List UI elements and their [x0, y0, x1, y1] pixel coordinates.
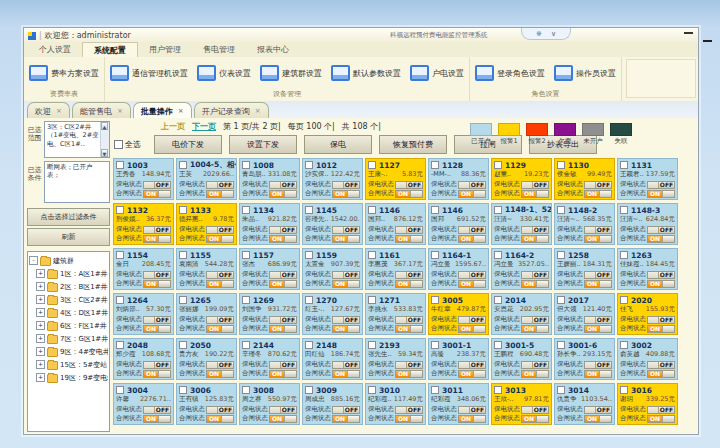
meter-card[interactable]: 3005牛红章479.87元保电状态OFF合闸状态ON	[428, 293, 489, 335]
switch-status-toggle[interactable]: ON	[647, 235, 675, 243]
card-checkbox[interactable]	[179, 296, 187, 304]
meter-card[interactable]: 1269刘国争931.72元保电状态OFF合闸状态ON	[239, 293, 300, 335]
switch-status-toggle[interactable]: ON	[647, 280, 675, 288]
card-checkbox[interactable]	[179, 386, 187, 394]
supply-status-toggle[interactable]: OFF	[458, 271, 486, 279]
switch-status-toggle[interactable]: ON	[647, 370, 675, 378]
switch-status-toggle[interactable]: ON	[332, 280, 360, 288]
switch-status-toggle[interactable]: ON	[458, 370, 486, 378]
meter-card[interactable]: 1012沙实保..122.42元保电状态OFF合闸状态ON	[302, 158, 363, 200]
card-checkbox[interactable]	[620, 341, 628, 349]
card-checkbox[interactable]	[620, 206, 628, 214]
supply-status-toggle[interactable]: OFF	[647, 271, 675, 279]
supply-status-toggle[interactable]: OFF	[647, 226, 675, 234]
card-checkbox[interactable]	[431, 341, 439, 349]
supply-status-toggle[interactable]: OFF	[584, 406, 612, 414]
selected-condition-box[interactable]: 断网表；已开户表；	[44, 161, 110, 203]
supply-status-toggle[interactable]: OFF	[458, 181, 486, 189]
action-button[interactable]: 恢复预付费	[379, 135, 447, 154]
card-checkbox[interactable]	[305, 206, 313, 214]
supply-status-toggle[interactable]: OFF	[206, 406, 234, 414]
meter-card[interactable]: 3001-1高璇238.37元保电状态OFF合闸状态ON	[428, 338, 489, 380]
supply-status-toggle[interactable]: OFF	[584, 361, 612, 369]
choose-filter-button[interactable]: 点击选择过滤条件	[27, 208, 110, 226]
ribbon-tab[interactable]: 个人设置	[28, 42, 82, 57]
meter-card[interactable]: 1145容瑾先..1542.00..保电状态OFF合闸状态ON	[302, 203, 363, 245]
meter-card[interactable]: 1146国邦..876.12元保电状态OFF合闸状态ON	[365, 203, 426, 245]
switch-status-toggle[interactable]: ON	[269, 235, 297, 243]
supply-status-toggle[interactable]: OFF	[647, 361, 675, 369]
supply-status-toggle[interactable]: OFF	[332, 406, 360, 414]
meter-card[interactable]: 1154金日208.45元保电状态OFF合闸状态ON	[113, 248, 174, 290]
scroll-down-icon[interactable]: ▼	[101, 149, 108, 157]
collapse-ribbon-icon[interactable]: ∨	[551, 30, 556, 38]
meter-card[interactable]: 2050贵方友190.22元保电状态OFF合闸状态ON	[176, 338, 237, 380]
card-checkbox[interactable]	[305, 296, 313, 304]
card-checkbox[interactable]	[305, 161, 313, 169]
tree-item[interactable]: +15区：5#变站（3#变..	[29, 358, 108, 371]
card-checkbox[interactable]	[368, 386, 376, 394]
card-checkbox[interactable]	[179, 341, 187, 349]
supply-status-toggle[interactable]: OFF	[332, 226, 360, 234]
action-button[interactable]: 保电	[304, 135, 372, 154]
switch-status-toggle[interactable]: ON	[206, 280, 234, 288]
card-checkbox[interactable]	[179, 161, 187, 169]
switch-status-toggle[interactable]: ON	[395, 325, 423, 333]
supply-status-toggle[interactable]: OFF	[206, 316, 234, 324]
switch-status-toggle[interactable]: ON	[206, 190, 234, 198]
switch-status-toggle[interactable]: ON	[143, 235, 171, 243]
meter-card[interactable]: 1148-3汪清~..624.84元保电状态OFF合闸状态ON	[617, 203, 678, 245]
meter-card[interactable]: 3002俞英越409.88元保电状态OFF合闸状态ON	[617, 338, 678, 380]
supply-status-toggle[interactable]: OFF	[584, 316, 612, 324]
supply-status-toggle[interactable]: OFF	[584, 271, 612, 279]
scroll-up-icon[interactable]: ▲	[101, 122, 108, 130]
ribbon-button[interactable]: 建筑群设置	[260, 65, 322, 81]
supply-status-toggle[interactable]: OFF	[269, 271, 297, 279]
card-checkbox[interactable]	[494, 341, 502, 349]
meter-card[interactable]: 1264刘炳邵..57.30元保电状态OFF合闸状态ON	[113, 293, 174, 335]
meter-card[interactable]: 1127王康-..5.83元保电状态OFF合闸状态ON	[365, 158, 426, 200]
tree-item[interactable]: +19区：9#变电站（2#..	[29, 371, 108, 384]
card-checkbox[interactable]	[368, 206, 376, 214]
card-checkbox[interactable]	[242, 386, 250, 394]
supply-status-toggle[interactable]: OFF	[395, 316, 423, 324]
card-checkbox[interactable]	[494, 251, 502, 259]
action-button[interactable]: 电价下发	[154, 135, 222, 154]
meter-card[interactable]: 1132荆俊娥..36.37元保电状态OFF合闸状态ON	[113, 203, 174, 245]
switch-status-toggle[interactable]: ON	[143, 415, 171, 423]
supply-status-toggle[interactable]: OFF	[206, 361, 234, 369]
switch-status-toggle[interactable]: ON	[458, 280, 486, 288]
expander-icon[interactable]: -	[29, 256, 38, 265]
switch-status-toggle[interactable]: ON	[584, 235, 612, 243]
expander-icon[interactable]: +	[36, 334, 45, 343]
card-checkbox[interactable]	[242, 296, 250, 304]
ribbon-tab[interactable]: 售电管理	[192, 42, 246, 57]
ribbon-button[interactable]: 操作员设置	[554, 65, 616, 81]
tree-item[interactable]: +6区：F区1#井（F区1#..	[29, 319, 108, 332]
expander-icon[interactable]: +	[36, 373, 45, 382]
close-tab-icon[interactable]: ×	[178, 107, 184, 115]
supply-status-toggle[interactable]: OFF	[269, 181, 297, 189]
meter-card[interactable]: 3011纪彩霞348.06元保电状态OFF合闸状态ON	[428, 383, 489, 425]
switch-status-toggle[interactable]: ON	[269, 280, 297, 288]
meter-card[interactable]: 1155袁南清544.28元保电状态OFF合闸状态ON	[176, 248, 237, 290]
ribbon-button[interactable]: 登录角色设置	[475, 65, 545, 81]
expander-icon[interactable]: +	[36, 360, 45, 369]
switch-status-toggle[interactable]: ON	[206, 370, 234, 378]
tree-item[interactable]: +4区：D区1#井（D区1..	[29, 306, 108, 319]
switch-status-toggle[interactable]: ON	[521, 235, 549, 243]
card-checkbox[interactable]	[116, 341, 124, 349]
meter-card[interactable]: 1265张丽娜199.09元保电状态OFF合闸状态ON	[176, 293, 237, 335]
supply-status-toggle[interactable]: OFF	[458, 316, 486, 324]
meter-card[interactable]: 3009周成忠885.16元保电状态OFF合闸状态ON	[302, 383, 363, 425]
supply-status-toggle[interactable]: OFF	[521, 181, 549, 189]
minimize-icon[interactable]	[684, 32, 693, 34]
meter-card[interactable]: 1004-5、相一王英2029.66..保电状态OFF合闸状态ON	[176, 158, 237, 200]
expander-icon[interactable]: +	[36, 295, 45, 304]
meter-card[interactable]: 1161李惠茂367.17元保电状态OFF合闸状态ON	[365, 248, 426, 290]
card-checkbox[interactable]	[620, 161, 628, 169]
meter-card[interactable]: 3004许馨2276.71..保电状态OFF合闸状态ON	[113, 383, 174, 425]
switch-status-toggle[interactable]: ON	[269, 190, 297, 198]
card-checkbox[interactable]	[431, 251, 439, 259]
supply-status-toggle[interactable]: OFF	[269, 316, 297, 324]
